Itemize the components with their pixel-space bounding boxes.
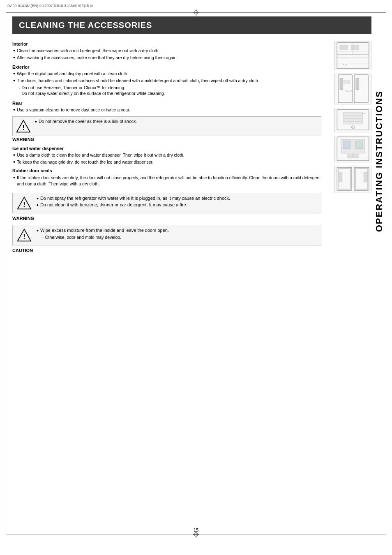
rear-bullet-1: • Use a vacuum cleaner to remove dust on… bbox=[12, 107, 321, 113]
image-column: 0 HP bbox=[326, 42, 371, 253]
interior-text-2: After washing the accessories, make sure… bbox=[17, 55, 178, 61]
page-title: CLEANING THE ACCESSORIES bbox=[19, 21, 365, 30]
warning-shock-bullet: • Do not remove the cover as there is a … bbox=[34, 119, 318, 125]
caution-sub-1: - Otherwise, odor and mold may develop. bbox=[36, 234, 317, 240]
interior-text-1: Clean the accessories with a mild deterg… bbox=[17, 48, 159, 54]
ice-water-heading: Ice and water dispenser bbox=[12, 146, 321, 151]
bullet-icon: • bbox=[13, 78, 15, 83]
ice-water-dispenser-image bbox=[334, 136, 371, 162]
warning-spray-label: WARNING bbox=[12, 216, 321, 221]
warning-shock-text: Do not remove the cover as there is a ri… bbox=[39, 119, 137, 124]
warning-spray-text-1: Do not spray the refrigerator with water… bbox=[40, 196, 230, 201]
warning-shock-content: • Do not remove the cover as there is a … bbox=[34, 119, 318, 125]
page-number: 15 bbox=[194, 527, 198, 532]
caution-content: • Wipe excess moisture from the inside a… bbox=[36, 228, 317, 240]
bullet-icon: • bbox=[13, 159, 15, 165]
caution-bullet-1: • Wipe excess moisture from the inside a… bbox=[36, 228, 317, 234]
svg-rect-31 bbox=[356, 141, 363, 149]
caution-text-1: Wipe excess moisture from the inside and… bbox=[40, 228, 169, 233]
bullet-icon: • bbox=[13, 152, 15, 158]
rubber-seals-bullet-1: • If the rubber door seals are dirty, th… bbox=[12, 175, 321, 187]
caution-container: ! • Wipe excess moisture from the inside… bbox=[12, 225, 321, 253]
svg-rect-38 bbox=[339, 172, 342, 182]
interior-bullet-2: • After washing the accessories, make su… bbox=[12, 55, 321, 61]
fridge-exterior-image bbox=[334, 74, 371, 104]
caution-triangle-icon: ! bbox=[17, 228, 32, 243]
exterior-bullet-1: • Wipe the digital panel and display pan… bbox=[12, 71, 321, 77]
ice-water-bullet-1: • Use a damp cloth to clean the ice and … bbox=[12, 152, 321, 158]
svg-text:0: 0 bbox=[352, 127, 353, 129]
svg-rect-16 bbox=[340, 78, 343, 90]
bullet-icon: • bbox=[13, 55, 15, 60]
interior-heading: Interior bbox=[12, 42, 321, 46]
svg-rect-11 bbox=[340, 45, 348, 50]
warning-shock-label: WARNING bbox=[12, 137, 321, 142]
bullet-icon: • bbox=[13, 107, 15, 113]
exterior-text-1: Wipe the digital panel and display panel… bbox=[17, 71, 128, 77]
crosshair-top bbox=[193, 9, 199, 16]
fridge-interior-image bbox=[334, 42, 371, 70]
svg-rect-12 bbox=[351, 45, 359, 50]
interior-bullet-1: • Clean the accessories with a mild dete… bbox=[12, 48, 321, 54]
svg-rect-39 bbox=[364, 172, 367, 182]
ice-water-bullet-2: • To keep the drainage grid dry, do not … bbox=[12, 159, 321, 165]
border-right bbox=[386, 12, 386, 534]
main-content: CLEANING THE ACCESSORIES Interior • Clea… bbox=[12, 16, 371, 530]
svg-text:!: ! bbox=[23, 233, 25, 240]
warning-shock-box: ! • Do not remove the cover as there is … bbox=[12, 116, 321, 136]
svg-text:HP: HP bbox=[362, 112, 365, 115]
svg-rect-18 bbox=[344, 80, 350, 84]
text-column: Interior • Clean the accessories with a … bbox=[12, 42, 321, 253]
warning-triangle-icon: ! bbox=[16, 119, 31, 134]
caution-label: CAUTION bbox=[12, 248, 321, 253]
rubber-door-seals-image bbox=[334, 166, 371, 192]
svg-rect-17 bbox=[356, 78, 359, 90]
rear-text-1: Use a vacuum cleaner to remove dust once… bbox=[17, 107, 130, 113]
warning-shock-container: ! • Do not remove the cover as there is … bbox=[12, 116, 321, 142]
rubber-seals-text-1: If the rubber door seals are dirty, the … bbox=[17, 175, 321, 187]
exterior-sub-1: - Do not use Benzene, Thinner or Clorox™… bbox=[12, 85, 321, 91]
exterior-text-2: The doors, handles and cabinet surfaces … bbox=[17, 78, 259, 84]
bullet-icon: • bbox=[13, 48, 15, 53]
svg-rect-21 bbox=[343, 112, 363, 124]
svg-text:!: ! bbox=[23, 201, 25, 208]
page-title-bar: CLEANING THE ACCESSORIES bbox=[12, 16, 371, 34]
warning-spray-bullet-1: • Do not spray the refrigerator with wat… bbox=[36, 196, 317, 201]
warning-spray-bullet-2: • Do not clean it with benzene, thinner … bbox=[36, 202, 317, 208]
warning-spray-box: ! • Do not spray the refrigerator with w… bbox=[12, 193, 321, 213]
warning-spray-text-2: Do not clean it with benzene, thinner or… bbox=[40, 202, 187, 207]
bullet-icon: • bbox=[13, 71, 15, 76]
rubber-seals-heading: Rubber door seals bbox=[12, 168, 321, 173]
border-left bbox=[6, 12, 6, 534]
bullet-icon: • bbox=[13, 175, 15, 180]
svg-text:!: ! bbox=[22, 124, 24, 131]
exterior-sub-2: - Do not spray water directly on the sur… bbox=[12, 90, 321, 97]
content-area: Interior • Clean the accessories with a … bbox=[12, 42, 371, 253]
svg-rect-30 bbox=[343, 141, 350, 149]
caution-box: ! • Wipe excess moisture from the inside… bbox=[12, 225, 321, 245]
warning-spray-content: • Do not spray the refrigerator with wat… bbox=[36, 196, 317, 209]
warning-spray-container: ! • Do not spray the refrigerator with w… bbox=[12, 193, 321, 221]
warning-spray-triangle-icon: ! bbox=[17, 196, 32, 210]
side-operating-instructions: OPERATING INSTRUCTIONS bbox=[374, 90, 385, 232]
ice-water-text-2: To keep the drainage grid dry, do not to… bbox=[17, 159, 154, 165]
exterior-bullet-2: • The doors, handles and cabinet surface… bbox=[12, 78, 321, 84]
rear-heading: Rear bbox=[12, 101, 321, 106]
fridge-rear-image: 0 HP bbox=[334, 108, 371, 132]
file-header: DA99-01418A(EN)-0.12007.6.510 31AM에이지15 … bbox=[7, 3, 93, 9]
exterior-heading: Exterior bbox=[12, 65, 321, 69]
ice-water-text-1: Use a damp cloth to clean the ice and wa… bbox=[17, 152, 184, 158]
